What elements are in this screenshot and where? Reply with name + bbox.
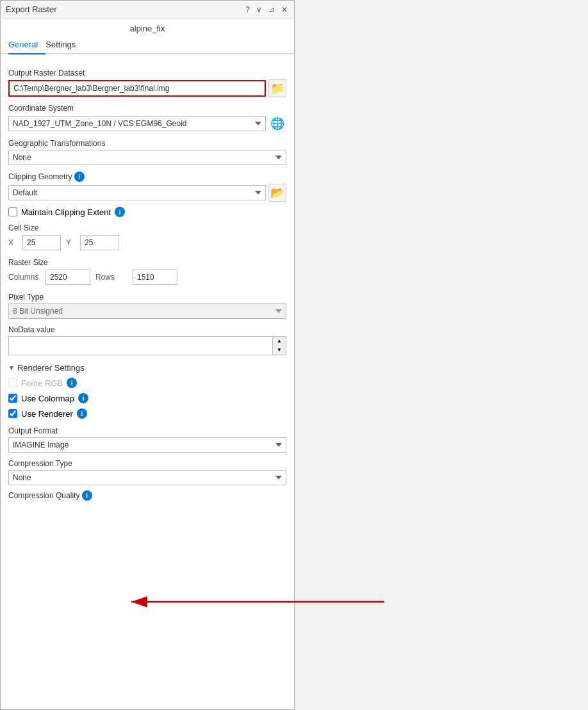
maintain-clipping-checkbox[interactable] [8,207,17,216]
cell-x-input[interactable] [22,235,61,250]
folder-icon: 📂 [270,186,284,200]
annotation-arrow [128,599,448,637]
nodata-input[interactable] [9,337,272,355]
nodata-spinners: ▲ ▼ [272,337,286,355]
cell-size-label: Cell Size [8,223,286,232]
force-rgb-checkbox[interactable] [8,378,17,387]
use-renderer-info-icon[interactable]: i [77,408,87,419]
close-button[interactable]: ✕ [280,5,289,14]
coordinate-system-label: Coordinate System [8,104,286,113]
use-renderer-row: Use Renderer i [8,408,286,419]
renderer-settings-label: Renderer Settings [17,363,85,373]
columns-label: Columns [8,273,40,282]
use-colormap-info-icon[interactable]: i [78,393,88,403]
maintain-clipping-row: Maintain Clipping Extent i [8,207,286,217]
coordinate-globe-button[interactable]: 🌐 [268,115,286,133]
clipping-geometry-info-icon[interactable]: i [74,172,85,182]
force-rgb-info-icon[interactable]: i [67,378,77,388]
output-format-select[interactable]: IMAGINE Image [8,437,286,453]
cell-x-label: X [8,238,17,247]
clipping-geometry-label: Clipping Geometry i [8,172,286,182]
maintain-clipping-info-icon[interactable]: i [115,207,125,217]
use-renderer-label: Use Renderer [21,409,73,419]
raster-size-row: Columns Rows [8,270,286,285]
coordinate-system-row: NAD_1927_UTM_Zone_10N / VCS:EGM96_Geoid … [8,115,286,133]
force-rgb-label: Force RGB [21,378,63,388]
output-format-label: Output Format [8,426,286,435]
rows-label: Rows [95,273,127,282]
output-raster-label: Output Raster Dataset [8,69,286,77]
dialog-subtitle: alpine_fix [1,19,294,36]
pin-button[interactable]: ⊿ [267,5,276,14]
title-controls: ? ∨ ⊿ ✕ [244,5,289,14]
tabs-container: General Settings [1,36,294,54]
output-format-row: IMAGINE Image [8,437,286,453]
coordinate-system-select[interactable]: NAD_1927_UTM_Zone_10N / VCS:EGM96_Geoid [8,116,266,131]
collapse-button[interactable]: ∨ [255,5,263,14]
compression-type-label: Compression Type [8,459,286,468]
nodata-label: NoData value [8,325,286,334]
nodata-input-row: ▲ ▼ [8,336,286,355]
renderer-chevron-icon: ▼ [8,364,15,371]
tab-settings[interactable]: Settings [45,36,83,54]
clipping-geometry-row: Default 📂 [8,184,286,202]
cell-y-input[interactable] [80,235,118,250]
nodata-decrement-button[interactable]: ▼ [273,346,286,355]
compression-quality-label: Compression Quality i [8,490,286,501]
use-colormap-label: Use Colormap [21,394,74,403]
compression-quality-info-icon[interactable]: i [82,490,92,501]
cell-y-label: Y [66,238,75,247]
use-colormap-row: Use Colormap i [8,393,286,403]
clipping-geometry-browse-button[interactable]: 📂 [268,184,286,202]
title-bar: Export Raster ? ∨ ⊿ ✕ [1,1,294,19]
raster-size-label: Raster Size [8,258,286,267]
force-rgb-row: Force RGB i [8,378,286,388]
nodata-increment-button[interactable]: ▲ [273,337,286,346]
rows-input[interactable] [133,270,177,285]
output-raster-browse-button[interactable]: 📁 [268,79,286,97]
cell-size-row: X Y [8,235,286,250]
pixel-type-select: 8 Bit Unsigned [8,303,286,319]
output-raster-row: 📁 [8,79,286,97]
form-content: Output Raster Dataset 📁 Coordinate Syste… [1,62,294,510]
clipping-geometry-select[interactable]: Default [8,185,266,200]
add-folder-icon: 📁 [270,81,284,95]
tab-general[interactable]: General [8,36,45,54]
compression-type-select[interactable]: None [8,470,286,485]
renderer-settings-header[interactable]: ▼ Renderer Settings [8,363,286,373]
columns-input[interactable] [45,270,90,285]
use-renderer-checkbox[interactable] [8,409,17,418]
maintain-clipping-label: Maintain Clipping Extent [21,207,111,217]
use-colormap-checkbox[interactable] [8,394,17,403]
help-button[interactable]: ? [244,5,251,14]
dialog-title: Export Raster [6,4,56,14]
geo-transform-label: Geographic Transformations [8,139,286,148]
pixel-type-label: Pixel Type [8,293,286,302]
geo-transform-select[interactable]: None [8,150,286,165]
output-raster-input[interactable] [8,80,266,97]
